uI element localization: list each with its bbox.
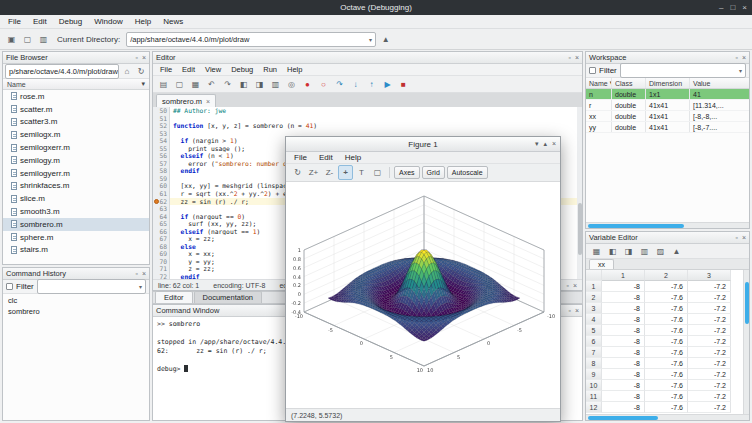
close-icon[interactable]: × xyxy=(142,54,146,61)
editor-menu-item-run[interactable]: Run xyxy=(258,65,282,74)
grid-cell[interactable]: -7.6 xyxy=(645,391,688,402)
pan-icon[interactable]: + xyxy=(338,165,353,180)
open-icon[interactable]: ▢ xyxy=(172,77,187,92)
grid-cell[interactable]: -8 xyxy=(602,347,645,358)
grid-cell[interactable]: -7.6 xyxy=(645,314,688,325)
paste-icon[interactable]: ▥ xyxy=(637,244,652,259)
terminal-icon[interactable]: ▣ xyxy=(4,32,19,47)
figure-titlebar[interactable]: Figure 1 ▾ ▴ × xyxy=(286,137,560,152)
maximize-icon[interactable]: □ xyxy=(730,3,735,12)
line-number-gutter[interactable]: 53 xyxy=(153,130,170,138)
grid-cell[interactable]: -7.6 xyxy=(645,325,688,336)
figure-menu-item-edit[interactable]: Edit xyxy=(313,152,339,163)
variable-editor-hscrollbar[interactable] xyxy=(586,414,749,420)
grid-cell[interactable]: -7.6 xyxy=(645,336,688,347)
chevron-down-icon[interactable]: ▾ xyxy=(141,80,145,88)
grid-row-header[interactable]: 11 xyxy=(586,391,602,402)
line-number-gutter[interactable]: 70 xyxy=(153,258,170,266)
grid-cell[interactable]: -8 xyxy=(602,325,645,336)
grid-cell[interactable]: -7.2 xyxy=(688,336,731,347)
find-icon[interactable]: ◎ xyxy=(284,77,299,92)
history-entry-clc[interactable]: clc xyxy=(3,295,149,306)
figure-menu-item-file[interactable]: File xyxy=(288,152,313,163)
line-number-gutter[interactable]: 55 xyxy=(153,145,170,153)
line-number-gutter[interactable]: 66 xyxy=(153,228,170,236)
variable-tab-xx[interactable]: xx xyxy=(589,259,614,269)
menu-item-edit[interactable]: Edit xyxy=(27,16,53,27)
line-number-gutter[interactable]: 59 xyxy=(153,175,170,183)
grid-row-header[interactable]: 1 xyxy=(586,281,602,292)
grid-cell[interactable]: -8 xyxy=(602,358,645,369)
history-entry-sombrero[interactable]: sombrero xyxy=(3,306,149,317)
breakpoint-marker-icon[interactable] xyxy=(154,199,159,204)
line-number-gutter[interactable]: 67 xyxy=(153,235,170,243)
chevron-down-icon[interactable]: ▾ xyxy=(118,68,119,75)
grid-row-header[interactable]: 4 xyxy=(586,314,602,325)
grid-cell[interactable]: -7.2 xyxy=(688,380,731,391)
file-browser-column-header[interactable]: Name ▾ xyxy=(3,79,149,90)
grid-cell[interactable]: -7.6 xyxy=(645,369,688,380)
file-row-semilogy-m[interactable]: semilogy.m xyxy=(3,154,149,167)
line-number-gutter[interactable]: 62 xyxy=(153,198,170,206)
stop-icon[interactable]: ■ xyxy=(396,77,411,92)
workspace-column-value[interactable]: Value xyxy=(690,78,749,88)
close-icon[interactable]: × xyxy=(742,54,746,61)
cut-icon[interactable]: ◧ xyxy=(236,77,251,92)
paste-icon[interactable]: ▥ xyxy=(268,77,283,92)
minimize-icon[interactable]: ▾ xyxy=(535,140,539,148)
line-number-gutter[interactable]: 63 xyxy=(153,205,170,213)
file-browser-path-combo[interactable]: p/share/octave/4.4.0/m/plot/draw ▾ xyxy=(5,64,119,79)
grid-cell[interactable]: -7.2 xyxy=(688,281,731,292)
filter-checkbox[interactable] xyxy=(6,283,13,290)
chart-icon[interactable]: ▨ xyxy=(653,244,668,259)
workspace-filter-combo[interactable]: ▾ xyxy=(620,63,746,78)
close-icon[interactable]: × xyxy=(573,282,577,289)
grid-cell[interactable]: -7.6 xyxy=(645,292,688,303)
directory-up-button[interactable]: ▲ xyxy=(378,32,393,47)
close-icon[interactable]: × xyxy=(742,3,747,12)
editor-menu-item-file[interactable]: File xyxy=(155,65,177,74)
grid-cell[interactable]: -7.2 xyxy=(688,358,731,369)
grid-row-header[interactable]: 5 xyxy=(586,325,602,336)
figure-plot-canvas[interactable] xyxy=(286,182,558,406)
line-number-gutter[interactable]: 51 xyxy=(153,115,170,123)
file-row-sombrero-m[interactable]: sombrero.m xyxy=(3,218,149,231)
workspace-column-dimension[interactable]: Dimension xyxy=(646,78,690,88)
line-number-gutter[interactable]: 69 xyxy=(153,250,170,258)
continue-icon[interactable]: ▶ xyxy=(380,77,395,92)
close-icon[interactable]: × xyxy=(552,140,556,148)
workspace-row-yy[interactable]: yydouble41x41[-8,-7.... xyxy=(586,122,749,133)
grid-cell[interactable]: -7.6 xyxy=(645,347,688,358)
grid-cell[interactable]: -7.2 xyxy=(688,347,731,358)
line-number-gutter[interactable]: 57 xyxy=(153,160,170,168)
grid-row-header[interactable]: 12 xyxy=(586,402,602,413)
copy-icon[interactable]: ◨ xyxy=(252,77,267,92)
file-row-shrinkfaces-m[interactable]: shrinkfaces.m xyxy=(3,180,149,193)
grid-row-header[interactable]: 9 xyxy=(586,369,602,380)
step-in-icon[interactable]: ↓ xyxy=(348,77,363,92)
grid-cell[interactable]: -7.2 xyxy=(688,314,731,325)
file-row-semilogxerr-m[interactable]: semilogxerr.m xyxy=(3,141,149,154)
menu-item-file[interactable]: File xyxy=(2,16,27,27)
line-number-gutter[interactable]: 56 xyxy=(153,152,170,160)
close-icon[interactable]: × xyxy=(142,270,146,277)
cut-icon[interactable]: ◧ xyxy=(605,244,620,259)
grid-cell[interactable]: -7.6 xyxy=(645,281,688,292)
select-icon[interactable]: ▢ xyxy=(370,165,385,180)
folder-icon[interactable]: ▢ xyxy=(20,32,35,47)
copy-icon[interactable]: ◨ xyxy=(621,244,636,259)
clipboard-icon[interactable]: ▥ xyxy=(36,32,51,47)
code-line-51[interactable]: 51 xyxy=(153,115,582,123)
editor-scrollbar[interactable] xyxy=(577,107,582,279)
line-number-gutter[interactable]: 61 xyxy=(153,190,170,198)
line-number-gutter[interactable]: 54 xyxy=(153,137,170,145)
file-row-sphere-m[interactable]: sphere.m xyxy=(3,231,149,244)
current-directory-combo[interactable]: /app/share/octave/4.4.0/m/plot/draw ▾ xyxy=(126,32,376,47)
menu-item-debug[interactable]: Debug xyxy=(53,16,89,27)
undock-icon[interactable]: ▫ xyxy=(566,282,568,289)
figure-button-grid[interactable]: Grid xyxy=(422,166,445,179)
grid-row-header[interactable]: 10 xyxy=(586,380,602,391)
file-row-scatter3-m[interactable]: scatter3.m xyxy=(3,116,149,129)
line-number-gutter[interactable]: 52 xyxy=(153,122,170,130)
line-number-gutter[interactable]: 58 xyxy=(153,167,170,175)
